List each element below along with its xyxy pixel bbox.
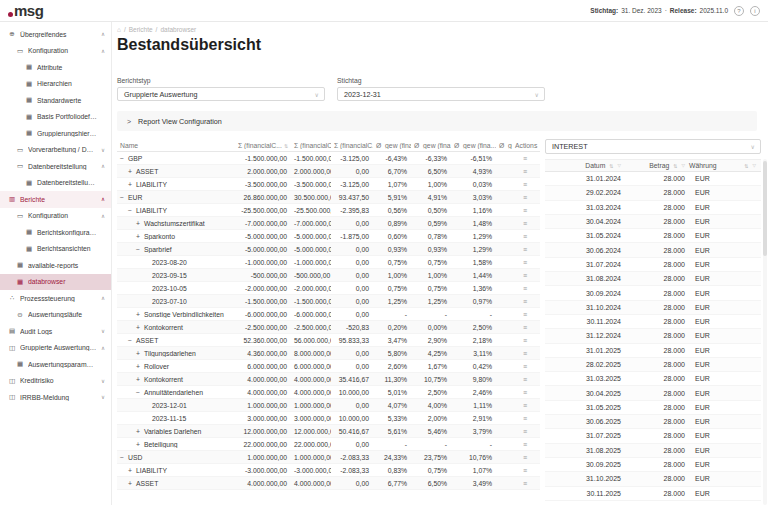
collapse-node-icon[interactable]: − [128, 207, 136, 214]
expand-node-icon[interactable]: + [136, 428, 144, 435]
detail-row[interactable]: 31.10.202528.000EUR [545, 472, 761, 486]
detail-column-header-betrag[interactable]: Betrag⇅▽ [623, 162, 687, 169]
sidebar-item-standardwerte[interactable]: ▦Standardwerte [0, 92, 111, 109]
row-menu-icon[interactable]: ≡ [523, 207, 527, 214]
column-header-7[interactable]: Ø_gew ( [496, 142, 512, 149]
row-menu-icon[interactable]: ≡ [523, 220, 527, 227]
sidebar-item-prozesssteuerung[interactable]: ∴Prozesssteuerung∧ [0, 290, 111, 307]
expand-node-icon[interactable]: + [136, 363, 144, 370]
breadcrumb-item-databrowser[interactable]: databrowser [160, 26, 196, 33]
detail-row[interactable]: 28.02.202528.000EUR [545, 358, 761, 372]
expand-node-icon[interactable]: + [128, 467, 136, 474]
collapse-node-icon[interactable]: − [120, 194, 128, 201]
table-row[interactable]: −Annuitätendarlehen4.000.000,004.000.000… [117, 386, 540, 399]
detail-row[interactable]: 30.11.202528.000EUR [545, 487, 761, 501]
table-row[interactable]: +LIABILITY-3.500.000,00-3.500.000,00-3.1… [117, 178, 540, 191]
sidebar-item-databrowser[interactable]: ▦databrowser [0, 274, 111, 291]
row-menu-icon[interactable]: ≡ [523, 285, 527, 292]
detail-row[interactable]: 31.03.202428.000EUR [545, 201, 761, 215]
sidebar-item-auswertungsparameter[interactable]: ▦Auswertungsparameter [0, 356, 111, 373]
detail-row[interactable]: 30.04.202528.000EUR [545, 386, 761, 400]
expand-node-icon[interactable]: + [136, 220, 144, 227]
sort-icon[interactable]: ⇅ [673, 163, 677, 169]
table-row[interactable]: +Sonstige Verbindlichkeiten-6.000.000,00… [117, 308, 540, 321]
detail-row[interactable]: 31.01.202528.000EUR [545, 344, 761, 358]
collapse-node-icon[interactable]: − [128, 337, 136, 344]
detail-row[interactable]: 31.03.202528.000EUR [545, 372, 761, 386]
row-menu-icon[interactable]: ≡ [523, 350, 527, 357]
expand-node-icon[interactable]: + [136, 311, 144, 318]
row-menu-icon[interactable]: ≡ [523, 168, 527, 175]
row-menu-icon[interactable]: ≡ [523, 155, 527, 162]
expand-node-icon[interactable]: + [128, 181, 136, 188]
detail-row[interactable]: 30.11.202428.000EUR [545, 315, 761, 329]
column-header-1[interactable]: Σ (financialC...⇅ [235, 142, 291, 149]
help-icon[interactable]: ? [734, 6, 744, 16]
berichtstyp-select[interactable]: Gruppierte Auswertung ∨ [117, 87, 325, 101]
filter-icon[interactable]: ▽ [618, 163, 621, 168]
row-menu-icon[interactable]: ≡ [523, 311, 527, 318]
sidebar-item-datenbereitstellung-markt[interactable]: ▦Datenbereitstellung Markt... [0, 175, 111, 192]
table-row[interactable]: +Tilgungsdarlehen4.360.000,008.000.000,0… [117, 347, 540, 360]
detail-row[interactable]: 31.05.202428.000EUR [545, 229, 761, 243]
table-row[interactable]: 2023-08-20-1.000.000,00-1.000.000,000,00… [117, 256, 540, 269]
detail-type-select[interactable]: INTEREST ∨ [545, 139, 761, 154]
column-header-8[interactable]: Actions [512, 142, 538, 149]
sidebar-item-konfiguration[interactable]: ▭Konfiguration∧ [0, 43, 111, 60]
sidebar-item-hierarchien[interactable]: ▦Hierarchien [0, 76, 111, 93]
sort-icon[interactable]: ⇅ [284, 143, 288, 149]
sidebar-item-audit-logs[interactable]: ▤Audit Logs∨ [0, 323, 111, 340]
detail-row[interactable]: 31.10.202428.000EUR [545, 301, 761, 315]
breadcrumb-item-berichte[interactable]: Berichte [129, 26, 153, 33]
sidebar-item-irrbb-meldung[interactable]: ◫IRRBB-Meldung∨ [0, 389, 111, 406]
table-row[interactable]: +LIABILITY-3.000.000,00-3.000.000,00-2.0… [117, 464, 540, 477]
column-header-2[interactable]: Σ (financialC...⇅ [291, 142, 331, 149]
row-menu-icon[interactable]: ≡ [523, 428, 527, 435]
sidebar-item-attribute[interactable]: ▦Attribute [0, 59, 111, 76]
table-row[interactable]: −EUR26.860.000,0030.500.000,0093.437,505… [117, 191, 540, 204]
sidebar-item-basis-portfoliodefinitionen[interactable]: ▦Basis Portfoliodefinitionen [0, 109, 111, 126]
row-menu-icon[interactable]: ≡ [523, 259, 527, 266]
detail-row[interactable]: 31.07.202528.000EUR [545, 429, 761, 443]
scrollbar-thumb[interactable] [763, 161, 767, 256]
row-menu-icon[interactable]: ≡ [523, 272, 527, 279]
sidebar-item-berichtsansichten[interactable]: ▦Berichtsansichten [0, 241, 111, 258]
table-row[interactable]: +Beteiligung22.000.000,0022.000.000,000,… [117, 438, 540, 451]
row-menu-icon[interactable]: ≡ [523, 454, 527, 461]
detail-row[interactable]: 31.08.202428.000EUR [545, 272, 761, 286]
detail-row[interactable]: 31.08.202528.000EUR [545, 444, 761, 458]
detail-row[interactable]: 31.01.202428.000EUR [545, 172, 761, 186]
sidebar-item-available-reports[interactable]: ▦available-reports [0, 257, 111, 274]
row-menu-icon[interactable]: ≡ [523, 337, 527, 344]
column-header-5[interactable]: Ø_gew (fina...⇅ [411, 142, 451, 149]
table-row[interactable]: −USD1.000.000,001.000.000,00-2.083,3324,… [117, 451, 540, 464]
table-row[interactable]: −Sparbrief-5.000.000,00-5.000.000,000,00… [117, 243, 540, 256]
row-menu-icon[interactable]: ≡ [523, 181, 527, 188]
detail-row[interactable]: 31.05.202528.000EUR [545, 401, 761, 415]
table-row[interactable]: +Sparkonto-5.000.000,00-5.000.000,00-1.8… [117, 230, 540, 243]
row-menu-icon[interactable]: ≡ [523, 298, 527, 305]
sort-icon[interactable]: ⇅ [744, 163, 748, 169]
detail-row[interactable]: 30.09.202428.000EUR [545, 286, 761, 300]
column-header-0[interactable]: Name [117, 142, 235, 149]
detail-scrollbar[interactable] [763, 159, 767, 505]
detail-row[interactable]: 29.02.202428.000EUR [545, 186, 761, 200]
sort-icon[interactable]: ⇅ [609, 163, 613, 169]
sidebar-item-berichte[interactable]: ▥Berichte∧ [0, 191, 111, 208]
sidebar-item-vorverarbeitung-datenimp[interactable]: ▭Vorverarbeitung / Datenimp...∨ [0, 142, 111, 159]
sidebar-item-berichtskonfigurationen[interactable]: ▦Berichtskonfigurationen [0, 224, 111, 241]
table-row[interactable]: 2023-07-10-1.500.000,00-1.500.000,000,00… [117, 295, 540, 308]
detail-row[interactable]: 30.09.202528.000EUR [545, 458, 761, 472]
row-menu-icon[interactable]: ≡ [523, 389, 527, 396]
filter-icon[interactable]: ▽ [682, 163, 685, 168]
collapse-node-icon[interactable]: − [136, 389, 144, 396]
row-menu-icon[interactable]: ≡ [523, 363, 527, 370]
column-header-6[interactable]: Ø_gew (fina...⇅ [451, 142, 496, 149]
report-view-config-expander[interactable]: > Report View Configuration [117, 111, 757, 131]
table-row[interactable]: −GBP-1.500.000,00-1.500.000,00-3.125,00-… [117, 152, 540, 165]
row-menu-icon[interactable]: ≡ [523, 441, 527, 448]
table-row[interactable]: +Kontokorrent4.000.000,004.000.000,0035.… [117, 373, 540, 386]
table-row[interactable]: 2023-12-011.000.000,001.000.000,000,004,… [117, 399, 540, 412]
expand-node-icon[interactable]: + [136, 324, 144, 331]
row-menu-icon[interactable]: ≡ [523, 415, 527, 422]
